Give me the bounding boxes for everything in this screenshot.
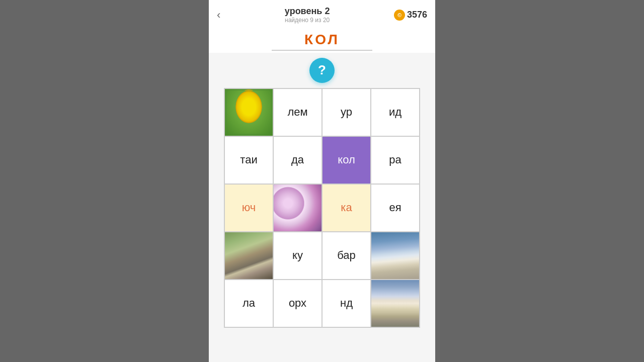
- cell-r1-c0[interactable]: таи: [224, 136, 273, 184]
- cell-r0-c1[interactable]: лем: [273, 88, 322, 136]
- cell-r3-c0-lemur[interactable]: [224, 232, 273, 280]
- word-area: КОЛ: [209, 27, 435, 53]
- cell-r1-c2-purple[interactable]: кол: [322, 136, 371, 184]
- right-overlay: [435, 0, 644, 362]
- cell-r4-c1[interactable]: орх: [273, 280, 322, 327]
- grid-wrapper: лем ур ид таи да кол ра юч: [224, 88, 420, 328]
- header-center: уровень 2 найдено 9 из 20: [285, 6, 330, 24]
- coin-count: 3576: [407, 10, 427, 20]
- cell-r2-c0-yellow[interactable]: юч: [224, 184, 273, 232]
- cell-r1-c3[interactable]: ра: [371, 136, 420, 184]
- cell-r3-c2[interactable]: бар: [322, 232, 371, 280]
- hint-button[interactable]: ?: [309, 58, 335, 83]
- coin-icon: ©: [394, 10, 405, 21]
- cell-r3-c1[interactable]: ку: [273, 232, 322, 280]
- cell-r4-c2[interactable]: нд: [322, 280, 371, 327]
- cell-r0-c2[interactable]: ур: [322, 88, 371, 136]
- cell-r2-c3[interactable]: ея: [371, 184, 420, 232]
- cell-r4-c0[interactable]: ла: [224, 280, 273, 327]
- left-overlay: [0, 0, 209, 362]
- phone-screen: ‹ уровень 2 найдено 9 из 20 © 3576 КОЛ ?…: [209, 0, 435, 362]
- word-display: КОЛ: [304, 32, 340, 48]
- found-count: найдено 9 из 20: [285, 17, 330, 24]
- level-title: уровень 2: [285, 6, 330, 17]
- cell-r4-c3-statue[interactable]: [371, 280, 420, 327]
- cell-r0-c0[interactable]: [224, 88, 273, 136]
- header: ‹ уровень 2 найдено 9 из 20 © 3576: [209, 0, 435, 27]
- back-button[interactable]: ‹: [217, 9, 220, 22]
- word-underline: [272, 50, 372, 51]
- coins-block: © 3576: [394, 10, 427, 21]
- cell-r1-c1[interactable]: да: [273, 136, 322, 184]
- cell-r0-c3[interactable]: ид: [371, 88, 420, 136]
- cell-r2-c1-orchid[interactable]: [273, 184, 322, 232]
- cell-r2-c2-yellow[interactable]: ка: [322, 184, 371, 232]
- game-grid: лем ур ид таи да кол ра юч: [224, 88, 420, 327]
- cell-r3-c3-sky[interactable]: [371, 232, 420, 280]
